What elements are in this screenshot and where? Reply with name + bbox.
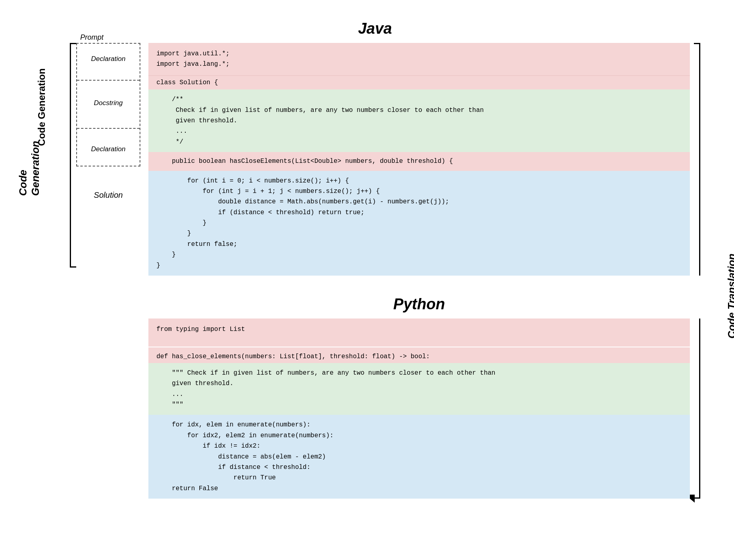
docstring-label: Docstring: [77, 99, 140, 107]
divider-2: [77, 128, 140, 129]
java-class-open-code: class Solution {: [156, 77, 682, 88]
solution-label: Solution: [76, 191, 140, 200]
java-solution-block: for (int i = 0; i < numbers.size(); i++)…: [148, 171, 690, 276]
python-left-spacer: [40, 319, 148, 499]
code-generation-vert-label: CodeGeneration: [17, 141, 42, 196]
java-code-section: import java.util.*; import java.lang.*; …: [148, 43, 690, 276]
python-import-block: from typing import List: [148, 319, 690, 347]
code-generation-area: Code Generation: [40, 43, 68, 276]
python-solution-code: for idx, elem in enumerate(numbers): for…: [156, 420, 682, 494]
code-gen-bracket: [70, 43, 76, 268]
python-docstring-block: """ Check if in given list of numbers, a…: [148, 363, 690, 415]
python-signature-code: def has_close_elements(numbers: List[flo…: [156, 351, 682, 362]
java-class-open-block: class Solution {: [148, 75, 690, 89]
python-right-bracket-area: [690, 319, 710, 499]
python-docstring-code: """ Check if in given list of numbers, a…: [156, 368, 682, 410]
declaration-label-2: Declaration: [77, 145, 140, 153]
java-signature-block: public boolean hasCloseElements(List<Dou…: [148, 152, 690, 170]
java-right-bracket-line: [694, 43, 700, 276]
java-imports-code: import java.util.*; import java.lang.*;: [156, 49, 682, 70]
translation-arrow: [690, 495, 695, 503]
java-docstring-block: /** Check if in given list of numbers, a…: [148, 89, 690, 152]
prompt-section: Prompt Declaration Docstring Declaration…: [68, 43, 148, 276]
declaration-label-1: Declaration: [77, 55, 140, 63]
python-title: Python: [148, 296, 690, 313]
python-code-section: from typing import List def has_close_el…: [148, 319, 690, 499]
code-translation-container: Code Translation: [726, 40, 734, 552]
java-signature-code: public boolean hasCloseElements(List<Dou…: [156, 156, 682, 166]
java-docstring-code: /** Check if in given list of numbers, a…: [156, 94, 682, 147]
python-right-bracket-line: [694, 319, 700, 499]
prompt-label: Prompt: [80, 33, 103, 42]
java-right-bracket-area: [690, 43, 710, 276]
python-import-code: from typing import List: [156, 324, 682, 335]
python-signature-block: def has_close_elements(numbers: List[flo…: [148, 347, 690, 363]
java-solution-code: for (int i = 0; i < numbers.size(); i++)…: [156, 176, 682, 271]
prompt-dashed-box: Declaration Docstring Declaration: [76, 43, 140, 166]
java-imports-block: import java.util.*; import java.lang.*;: [148, 43, 690, 75]
code-translation-label: Code Translation: [726, 254, 734, 339]
python-solution-block: for idx, elem in enumerate(numbers): for…: [148, 415, 690, 499]
java-title: Java: [40, 20, 710, 37]
code-generation-container: CodeGeneration: [17, 56, 42, 281]
divider-1: [77, 80, 140, 81]
